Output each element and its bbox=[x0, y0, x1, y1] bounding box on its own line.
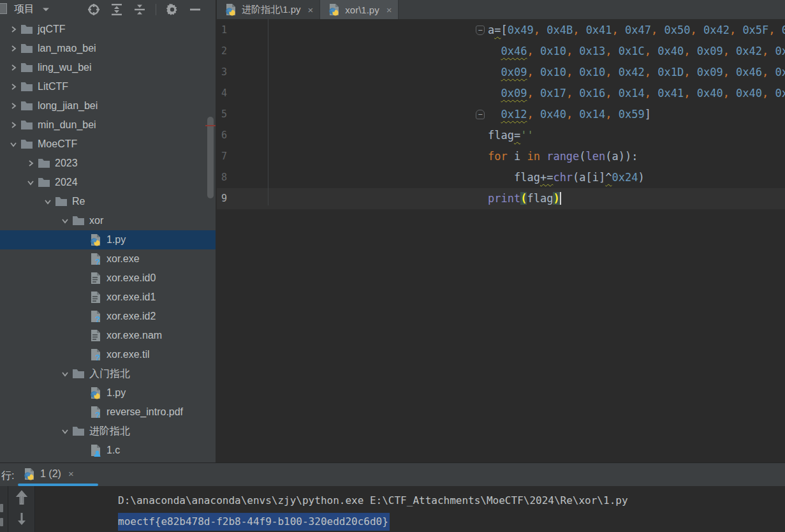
code-line[interactable]: 4 0x09, 0x17, 0x16, 0x14, 0x41, 0x40, 0x… bbox=[217, 83, 785, 104]
code-fold-icon[interactable]: − bbox=[476, 26, 485, 35]
folder-icon bbox=[20, 100, 33, 112]
tree-item-label: xor.exe.til bbox=[106, 349, 150, 360]
settings-gear-icon[interactable] bbox=[165, 3, 179, 17]
run-tab-label: 1 (2) bbox=[40, 468, 61, 480]
tree-item-label: 入门指北 bbox=[89, 367, 130, 381]
code-line[interactable]: 6flag='' bbox=[217, 125, 785, 146]
code-line[interactable]: 8 flag+=chr(a[i]^0x24) bbox=[217, 167, 785, 188]
close-icon[interactable]: × bbox=[386, 4, 392, 15]
locate-icon[interactable] bbox=[87, 3, 101, 17]
code-text: flag='' bbox=[488, 125, 534, 146]
unknown-file-icon: ? bbox=[89, 348, 102, 361]
tree-folder-row[interactable]: Re bbox=[0, 192, 216, 211]
console-line[interactable]: D:\anaconda\anaconda\envs\zjy\python.exe… bbox=[118, 490, 628, 511]
chevron-spacer bbox=[75, 233, 89, 247]
tree-folder-row[interactable]: 入门指北 bbox=[0, 364, 216, 383]
chevron-right-icon[interactable] bbox=[24, 156, 38, 170]
tree-file-row[interactable]: ?xor.exe.til bbox=[0, 345, 216, 364]
code-line[interactable]: 5− 0x12, 0x40, 0x14, 0x59] bbox=[217, 104, 785, 125]
tree-file-row[interactable]: xor.exe.id1 bbox=[0, 288, 216, 307]
code-line[interactable]: 3 0x09, 0x10, 0x10, 0x42, 0x1D, 0x09, 0x… bbox=[217, 62, 785, 83]
chevron-right-icon[interactable] bbox=[6, 22, 20, 36]
line-number: 3 bbox=[221, 62, 240, 83]
python-icon bbox=[328, 3, 341, 16]
tree-item-label: 1.py bbox=[106, 387, 126, 399]
code-line[interactable]: 9print(flag) bbox=[217, 188, 785, 209]
tree-file-row[interactable]: ?xor.exe.id2 bbox=[0, 307, 216, 326]
chevron-down-icon[interactable] bbox=[58, 367, 72, 381]
tree-folder-row[interactable]: long_jian_bei bbox=[0, 96, 216, 115]
code-text: 0x09, 0x10, 0x10, 0x42, 0x1D, 0x09, 0x46… bbox=[488, 62, 785, 83]
tree-folder-row[interactable]: LitCTF bbox=[0, 77, 216, 96]
chevron-right-icon[interactable] bbox=[6, 99, 20, 113]
text-cursor bbox=[560, 192, 561, 205]
chevron-spacer bbox=[75, 252, 89, 266]
tree-file-row[interactable]: 1.py bbox=[0, 383, 216, 403]
arrow-up-icon[interactable] bbox=[15, 490, 29, 505]
console-output[interactable]: D:\anaconda\anaconda\envs\zjy\python.exe… bbox=[118, 490, 628, 532]
run-tab[interactable]: 1 (2) × bbox=[18, 463, 79, 484]
tree-file-row[interactable]: xor.exe.id0 bbox=[0, 269, 216, 288]
close-icon[interactable]: × bbox=[308, 4, 314, 15]
tree-folder-row[interactable]: ling_wu_bei bbox=[0, 58, 216, 77]
cut-toolbar-icon bbox=[0, 504, 3, 512]
tree-item-label: 1.c bbox=[106, 445, 120, 456]
hide-panel-icon[interactable] bbox=[188, 3, 202, 17]
code-text: for i in range(len(a)): bbox=[488, 146, 638, 167]
tree-item-label: 1.py bbox=[106, 234, 126, 246]
tree-folder-row[interactable]: lan_mao_bei bbox=[0, 39, 216, 58]
folder-icon bbox=[55, 195, 68, 208]
tree-folder-row[interactable]: MoeCTF bbox=[0, 135, 216, 154]
chevron-down-icon[interactable] bbox=[42, 7, 50, 12]
editor-tab[interactable]: 进阶指北\1.py× bbox=[217, 0, 320, 19]
chevron-down-icon[interactable] bbox=[6, 137, 20, 151]
run-toolbar-strip bbox=[0, 486, 8, 532]
chevron-right-icon[interactable] bbox=[6, 61, 20, 75]
folder-icon bbox=[20, 138, 33, 151]
tree-folder-row[interactable]: jqCTF bbox=[0, 20, 216, 39]
code-fold-icon[interactable]: − bbox=[476, 110, 485, 119]
tree-item-label: xor.exe bbox=[106, 253, 140, 265]
chevron-down-icon[interactable] bbox=[58, 424, 72, 438]
project-file-tree: jqCTF lan_mao_bei ling_wu_bei LitCTF lon… bbox=[0, 20, 216, 479]
chevron-right-icon[interactable] bbox=[6, 118, 20, 132]
chevron-spacer bbox=[75, 443, 89, 457]
chevron-right-icon[interactable] bbox=[6, 41, 20, 55]
folder-icon bbox=[72, 214, 85, 227]
tree-folder-row[interactable]: 2023 bbox=[0, 154, 216, 173]
code-editor[interactable]: 1−a=[0x49, 0x4B, 0x41, 0x47, 0x50, 0x42,… bbox=[217, 19, 785, 463]
expand-all-icon[interactable] bbox=[110, 3, 124, 17]
code-text: 0x12, 0x40, 0x14, 0x59] bbox=[488, 104, 651, 125]
folder-icon bbox=[72, 425, 85, 438]
folder-icon bbox=[72, 367, 85, 380]
python-file-icon bbox=[89, 233, 102, 246]
tree-file-row[interactable]: ?reverse_intro.pdf bbox=[0, 403, 216, 422]
code-line[interactable]: 2 0x46, 0x10, 0x13, 0x1C, 0x40, 0x09, 0x… bbox=[217, 41, 785, 62]
editor-tab[interactable]: xor\1.py× bbox=[320, 0, 399, 19]
arrow-down-icon[interactable] bbox=[15, 512, 29, 527]
tree-item-label: 进阶指北 bbox=[89, 425, 130, 438]
tree-item-label: xor.exe.nam bbox=[106, 330, 162, 341]
tree-file-row[interactable]: xor.exe.nam bbox=[0, 326, 216, 345]
svg-text:?: ? bbox=[95, 353, 100, 361]
chevron-right-icon[interactable] bbox=[6, 80, 20, 94]
tree-folder-row[interactable]: 进阶指北 bbox=[0, 422, 216, 441]
code-line[interactable]: 1−a=[0x49, 0x4B, 0x41, 0x47, 0x50, 0x42,… bbox=[217, 20, 785, 41]
tree-file-row[interactable]: 1.py bbox=[0, 230, 216, 249]
tree-scrollbar-thumb[interactable] bbox=[207, 117, 214, 198]
console-line-selected[interactable]: moectf{e82b478d-f2b8-44f9-b100-320edd20c… bbox=[118, 511, 628, 532]
tree-file-row[interactable]: ?xor.exe bbox=[0, 249, 216, 269]
tree-folder-row[interactable]: min_dun_bei bbox=[0, 115, 216, 135]
collapse-all-icon[interactable] bbox=[133, 3, 147, 17]
code-line[interactable]: 7for i in range(len(a)): bbox=[217, 146, 785, 167]
tool-window-corner-icon bbox=[0, 3, 7, 14]
tree-folder-row[interactable]: 2024 bbox=[0, 173, 216, 192]
chevron-spacer bbox=[75, 405, 89, 419]
chevron-down-icon[interactable] bbox=[58, 214, 72, 228]
tree-file-row[interactable]: 1.c bbox=[0, 441, 216, 460]
line-number: 4 bbox=[221, 83, 240, 104]
chevron-down-icon[interactable] bbox=[24, 175, 38, 189]
chevron-down-icon[interactable] bbox=[41, 195, 55, 209]
tree-folder-row[interactable]: xor bbox=[0, 211, 216, 230]
close-icon[interactable]: × bbox=[68, 468, 74, 479]
